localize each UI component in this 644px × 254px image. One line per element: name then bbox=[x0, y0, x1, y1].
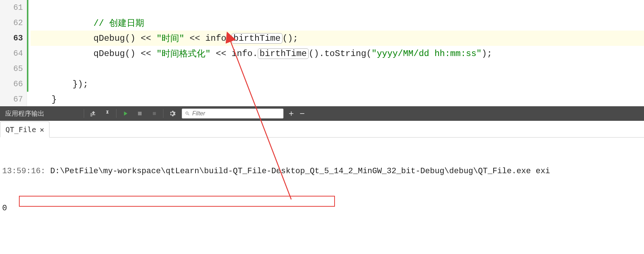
separator bbox=[163, 109, 163, 118]
code-line-active: qDebug() << "时间" << info.birthTime(); bbox=[31, 31, 644, 46]
code-line: }); bbox=[31, 76, 644, 92]
code-token: } bbox=[31, 95, 57, 104]
line-number: 64 bbox=[0, 46, 27, 61]
search-icon bbox=[185, 111, 190, 116]
line-number: 66 bbox=[0, 76, 27, 92]
code-token: qDebug() << bbox=[31, 49, 157, 59]
line-number: 65 bbox=[0, 61, 27, 76]
code-line bbox=[31, 61, 644, 76]
console-line: 13:59:16: D:\PetFile\my-workspace\qtLear… bbox=[2, 165, 642, 178]
output-panel-title: 应用程序输出 bbox=[0, 109, 50, 118]
line-number-active: 63 bbox=[0, 31, 27, 46]
string-literal: "时间格式化" bbox=[157, 48, 211, 59]
line-gutter: 61 62 63 64 65 66 67 bbox=[0, 0, 27, 106]
code-line: // 创建日期 bbox=[31, 15, 644, 31]
filter-input[interactable] bbox=[192, 110, 280, 117]
code-line: qDebug() << "时间格式化" << info.birthTime().… bbox=[31, 46, 644, 61]
filter-box[interactable] bbox=[182, 108, 284, 119]
output-toolbar: 应用程序输出 + − bbox=[0, 106, 644, 121]
attach-icon[interactable] bbox=[86, 106, 100, 121]
line-number: 62 bbox=[0, 15, 27, 31]
output-tabs: QT_File ✕ bbox=[0, 121, 644, 138]
detach-icon[interactable] bbox=[147, 106, 162, 121]
code-token: (); bbox=[283, 33, 298, 43]
code-line bbox=[31, 0, 644, 15]
code-token: << info. bbox=[210, 49, 258, 59]
output-tab[interactable]: QT_File ✕ bbox=[0, 122, 50, 138]
code-token: << info. bbox=[184, 33, 232, 43]
code-token: ().toString( bbox=[309, 49, 372, 59]
line-number: 61 bbox=[0, 0, 27, 15]
svg-rect-0 bbox=[138, 112, 142, 115]
output-console[interactable]: 13:59:16: D:\PetFile\my-workspace\qtLear… bbox=[0, 138, 644, 254]
change-marker bbox=[27, 0, 28, 92]
code-token: ); bbox=[482, 49, 492, 59]
string-literal: "yyyy/MM/dd hh:mm:ss" bbox=[372, 49, 482, 59]
code-token: qDebug() << bbox=[31, 33, 157, 43]
highlighted-symbol: birthTime bbox=[258, 48, 309, 59]
separator bbox=[116, 109, 116, 118]
string-literal: "时间" bbox=[157, 32, 185, 44]
highlighted-symbol: birthTime bbox=[232, 33, 283, 44]
close-icon[interactable]: ✕ bbox=[40, 125, 44, 134]
console-line: 0 bbox=[2, 202, 642, 215]
tab-label: QT_File bbox=[5, 125, 36, 134]
stop-icon[interactable] bbox=[133, 106, 147, 121]
separator bbox=[84, 109, 84, 118]
code-editor[interactable]: 61 62 63 64 65 66 67 // 创建日期 qDebug() <<… bbox=[0, 0, 644, 106]
code-line: } bbox=[31, 92, 644, 107]
pin-icon[interactable] bbox=[100, 106, 115, 121]
code-area[interactable]: // 创建日期 qDebug() << "时间" << info.birthTi… bbox=[27, 0, 644, 106]
timestamp: 13:59:16: bbox=[2, 167, 50, 176]
run-icon[interactable] bbox=[118, 106, 133, 121]
comment-text: // 创建日期 bbox=[94, 17, 144, 29]
console-text: D:\PetFile\my-workspace\qtLearn\build-QT… bbox=[50, 167, 550, 176]
code-token: }); bbox=[31, 79, 88, 89]
zoom-out-icon[interactable]: − bbox=[297, 108, 308, 119]
zoom-in-icon[interactable]: + bbox=[286, 108, 297, 119]
settings-icon[interactable] bbox=[165, 106, 179, 121]
line-number: 67 bbox=[0, 92, 27, 107]
